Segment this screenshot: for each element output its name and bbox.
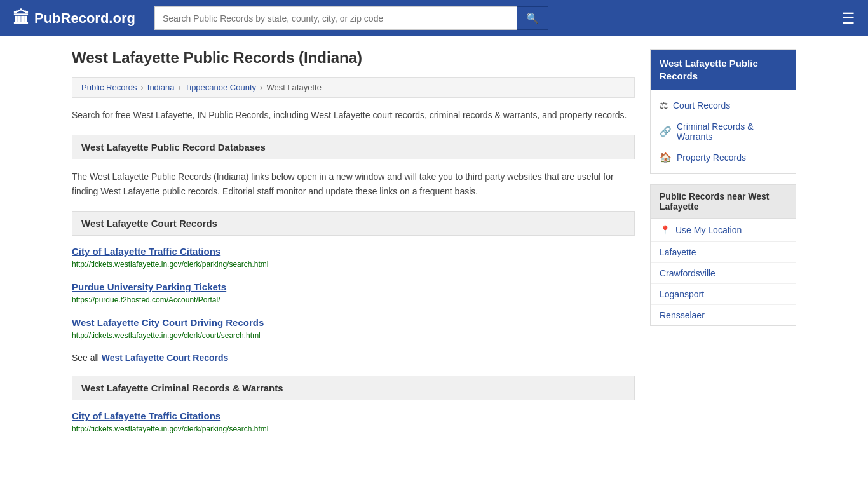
nearby-link-lafayette[interactable]: Lafayette <box>651 242 796 263</box>
breadcrumb-sep-1: › <box>140 83 143 92</box>
page-description: Search for free West Lafayette, IN Publi… <box>72 108 635 122</box>
use-location-label: Use My Location <box>675 225 742 235</box>
sidebar: West Lafayette Public Records ⚖ Court Re… <box>650 49 796 446</box>
sidebar-nearby-section: Public Records near West Lafayette 📍 Use… <box>650 184 796 326</box>
databases-section-header: West Lafayette Public Record Databases <box>72 135 635 159</box>
logo-icon: 🏛 <box>13 8 29 28</box>
page-title: West Lafayette Public Records (Indiana) <box>72 49 635 67</box>
court-records-see-all-link[interactable]: West Lafayette Court Records <box>102 353 229 363</box>
breadcrumb-sep-3: › <box>260 83 262 92</box>
location-pin-icon: 📍 <box>660 225 670 235</box>
see-all-text: See all <box>72 353 99 363</box>
court-record-3-url: http://tickets.westlafayette.in.gov/cler… <box>72 331 261 340</box>
nearby-link-logansport[interactable]: Logansport <box>651 284 796 305</box>
sidebar-item-court-records-label: Court Records <box>673 100 730 111</box>
court-record-3-title[interactable]: West Lafayette City Court Driving Record… <box>72 317 635 328</box>
sidebar-nearby-box: 📍 Use My Location Lafayette Crawfordsvil… <box>650 219 796 326</box>
nearby-link-rensselaer[interactable]: Rensselaer <box>651 305 796 325</box>
site-header: 🏛 PubRecord.org 🔍 ☰ <box>0 0 868 36</box>
court-record-2-url: https://purdue.t2hosted.com/Account/Port… <box>72 295 220 304</box>
court-records-section-header: West Lafayette Court Records <box>72 211 635 236</box>
sidebar-item-criminal-records-label: Criminal Records & Warrants <box>677 121 787 142</box>
sidebar-item-property-records[interactable]: 🏠 Property Records <box>651 147 796 168</box>
hamburger-menu[interactable]: ☰ <box>841 10 855 27</box>
site-logo[interactable]: 🏛 PubRecord.org <box>13 8 135 28</box>
breadcrumb: Public Records › Indiana › Tippecanoe Co… <box>72 77 635 98</box>
search-input[interactable] <box>154 6 517 30</box>
breadcrumb-link-public-records[interactable]: Public Records <box>81 83 137 92</box>
link-icon: 🔗 <box>660 126 672 137</box>
sidebar-item-property-records-label: Property Records <box>677 152 746 163</box>
court-record-1-url: http://tickets.westlafayette.in.gov/cler… <box>72 260 268 269</box>
criminal-records-section-header: West Lafayette Criminal Records & Warran… <box>72 376 635 400</box>
sidebar-public-records-box: West Lafayette Public Records ⚖ Court Re… <box>650 49 796 174</box>
scales-icon: ⚖ <box>660 100 668 111</box>
breadcrumb-current: West Lafayette <box>266 83 321 92</box>
search-bar: 🔍 <box>154 6 548 30</box>
criminal-record-1-url: http://tickets.westlafayette.in.gov/cler… <box>72 424 268 433</box>
record-entry: City of Lafayette Traffic Citations http… <box>72 410 635 436</box>
main-content: West Lafayette Public Records (Indiana) … <box>72 49 635 446</box>
court-record-1-title[interactable]: City of Lafayette Traffic Citations <box>72 246 635 257</box>
hamburger-icon: ☰ <box>841 10 855 27</box>
sidebar-item-court-records[interactable]: ⚖ Court Records <box>651 95 796 116</box>
page-container: West Lafayette Public Records (Indiana) … <box>59 36 809 459</box>
logo-text: PubRecord.org <box>34 10 135 27</box>
use-my-location-button[interactable]: 📍 Use My Location <box>651 219 796 242</box>
sidebar-public-records-body: ⚖ Court Records 🔗 Criminal Records & War… <box>651 90 796 173</box>
court-records-see-all: See all West Lafayette Court Records <box>72 353 635 363</box>
breadcrumb-sep-2: › <box>178 83 180 92</box>
criminal-record-1-title[interactable]: City of Lafayette Traffic Citations <box>72 410 635 421</box>
databases-description: The West Lafayette Public Records (India… <box>72 170 635 198</box>
sidebar-public-records-header: West Lafayette Public Records <box>651 50 796 90</box>
record-entry: West Lafayette City Court Driving Record… <box>72 317 635 342</box>
record-entry: City of Lafayette Traffic Citations http… <box>72 246 635 271</box>
nearby-link-crawfordsville[interactable]: Crawfordsville <box>651 263 796 284</box>
home-icon: 🏠 <box>660 152 672 163</box>
search-button[interactable]: 🔍 <box>517 6 548 30</box>
search-icon: 🔍 <box>526 13 539 24</box>
sidebar-nearby-header: Public Records near West Lafayette <box>650 184 796 219</box>
sidebar-item-criminal-records[interactable]: 🔗 Criminal Records & Warrants <box>651 116 796 147</box>
breadcrumb-link-indiana[interactable]: Indiana <box>147 83 175 92</box>
court-record-2-title[interactable]: Purdue University Parking Tickets <box>72 281 635 292</box>
record-entry: Purdue University Parking Tickets https:… <box>72 281 635 307</box>
breadcrumb-link-tippecanoe[interactable]: Tippecanoe County <box>185 83 256 92</box>
